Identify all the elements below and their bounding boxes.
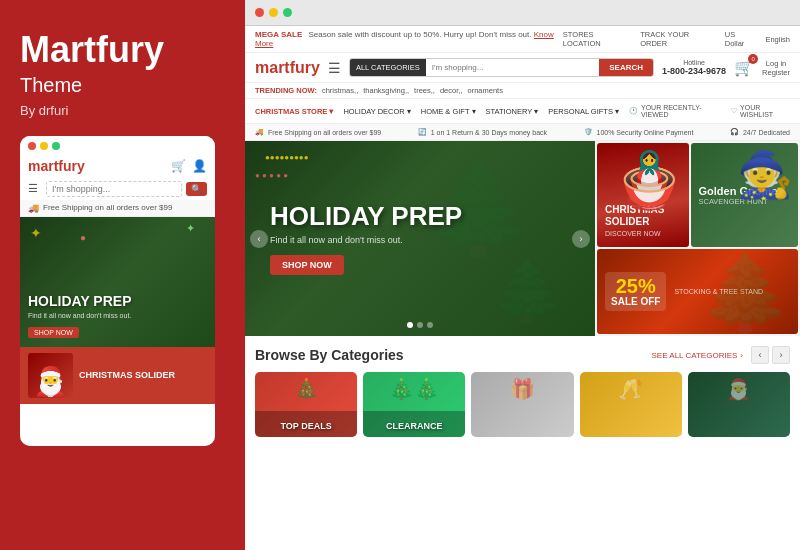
trending-tag-1[interactable]: christmas, — [322, 86, 358, 95]
mobile-xmas-bar: 🎅 CHRISTMAS SOLIDER — [20, 347, 215, 404]
hero-prev-button[interactable]: ‹ — [250, 230, 268, 248]
browser-dot-green — [283, 8, 292, 17]
mobile-xmas-image: 🎅 — [28, 353, 73, 398]
recently-viewed-link[interactable]: 🕐 YOUR RECENTLY-VIEWED — [629, 104, 721, 118]
cart-container: 🛒 0 — [734, 58, 754, 77]
cat-drinks-bg: 🥂 — [580, 372, 682, 437]
feature-support: 🎧 24/7 Dedicated — [730, 128, 790, 136]
category-card-top-deals[interactable]: 🎄 TOP DEALS — [255, 372, 357, 437]
browser-dot-yellow — [269, 8, 278, 17]
cat-books-bg: 🎅 — [688, 372, 790, 437]
mobile-xmas-title: CHRISTMAS SOLIDER — [79, 370, 207, 380]
language-selector[interactable]: English — [765, 35, 790, 44]
heart-icon: ♡ — [731, 107, 737, 115]
nav-stationery-label: STATIONERY — [486, 107, 533, 116]
browse-header: Browse By Categories SEE ALL CATEGORIES … — [255, 346, 790, 364]
hero-dot-3 — [427, 322, 433, 328]
nav-home-label: HOME & GIFT — [421, 107, 470, 116]
drinks-deco: 🥂 — [618, 377, 643, 401]
nav-home-arrow: ▾ — [472, 107, 476, 116]
cat-clearance-label: CLEARANCE — [363, 411, 465, 437]
golden-gnome-card[interactable]: 🧙 Golden Gnome SCAVENGER HUNT — [691, 143, 799, 247]
announcement-right: STORES LOCATION TRACK YOUR ORDER US Doll… — [563, 30, 790, 48]
category-card-drinks[interactable]: 🥂 — [580, 372, 682, 437]
announcement-text: MEGA SALE Season sale with discount up t… — [255, 30, 563, 48]
mobile-dot-red — [28, 142, 36, 150]
left-panel: Martfury Theme By drfuri martfury 🛒 👤 ☰ … — [0, 0, 245, 550]
mobile-search-input[interactable] — [46, 181, 182, 197]
feature-return: 🔄 1 on 1 Return & 30 Days money back — [418, 128, 547, 136]
hero-sidebar: 🪆 CHRISTMASSOLIDER DISCOVER NOW 🧙 Golden… — [595, 141, 800, 336]
login-label: Log in — [762, 59, 790, 68]
site-nav: CHRISTMAS STORE ▾ HOLIDAY DECOR ▾ HOME &… — [245, 99, 800, 124]
hero-title: HOLIDAY PREP — [270, 202, 462, 231]
category-card-books[interactable]: 🎅 — [688, 372, 790, 437]
hero-main: 🌲 🌲 ●●●●●●●●● ● ● ● ● ● ‹ HOLIDAY PREP F… — [245, 141, 595, 336]
nav-christmas-store[interactable]: CHRISTMAS STORE ▾ — [255, 107, 333, 116]
nav-personal-label: PERSONAL GIFTS — [548, 107, 613, 116]
browse-next-button[interactable]: › — [772, 346, 790, 364]
mobile-hero: ✦ ● ✦ HOLIDAY PREP Find it all now and d… — [20, 217, 215, 347]
theme-subtitle: Theme — [20, 74, 225, 97]
hero-section: 🌲 🌲 ●●●●●●●●● ● ● ● ● ● ‹ HOLIDAY PREP F… — [245, 141, 800, 336]
mobile-top-bar — [20, 136, 215, 154]
christmas-solider-discover: DISCOVER NOW — [605, 230, 681, 237]
browser-chrome — [245, 0, 800, 26]
feature-return-text: 1 on 1 Return & 30 Days money back — [431, 129, 547, 136]
trending-bar: TRENDING NOW: christmas, thanksgiving, t… — [245, 83, 800, 99]
trending-tag-5[interactable]: ornaments — [467, 86, 502, 95]
search-button[interactable]: SEARCH — [599, 59, 653, 76]
browse-prev-button[interactable]: ‹ — [751, 346, 769, 364]
browse-nav: ‹ › — [751, 346, 790, 364]
nav-stationery[interactable]: STATIONERY ▾ — [486, 107, 539, 116]
category-card-gifts[interactable]: 🎁 — [471, 372, 573, 437]
trending-tag-4[interactable]: decor, — [440, 86, 463, 95]
mobile-mockup: martfury 🛒 👤 ☰ 🔍 🚚 Free Shipping on all … — [20, 136, 215, 446]
hero-tree-deco2: 🌲 — [490, 255, 565, 326]
nav-home-gift[interactable]: HOME & GIFT ▾ — [421, 107, 476, 116]
sale-tree-deco: 🌲 — [699, 249, 793, 334]
browser-dot-red — [255, 8, 264, 17]
mobile-hero-text: HOLIDAY PREP Find it all now and don't m… — [28, 294, 131, 338]
login-button[interactable]: Log in Register — [762, 59, 790, 77]
cat-clearance-text: CLEARANCE — [386, 421, 443, 431]
site-header: martfury ☰ ALL CATEGORIES SEARCH Hotline… — [245, 53, 800, 83]
stores-location-link[interactable]: STORES LOCATION — [563, 30, 630, 48]
hero-content: HOLIDAY PREP Find it all now and don't m… — [270, 202, 462, 276]
truck-icon: 🚚 — [255, 128, 264, 136]
sale-off: SALE OFF — [611, 296, 660, 307]
christmas-solider-card[interactable]: 🪆 CHRISTMASSOLIDER DISCOVER NOW — [597, 143, 689, 247]
announcement-bar: MEGA SALE Season sale with discount up t… — [245, 26, 800, 53]
trending-tag-3[interactable]: trees, — [414, 86, 435, 95]
nav-personal-gifts[interactable]: PERSONAL GIFTS ▾ — [548, 107, 619, 116]
announcement-body: Season sale with discount up to 50%. Hur… — [309, 30, 532, 39]
hamburger-icon[interactable]: ☰ — [328, 60, 341, 76]
browse-section: Browse By Categories SEE ALL CATEGORIES … — [245, 336, 800, 445]
wishlist-link[interactable]: ♡ YOUR WISHLIST — [731, 104, 790, 118]
see-all-link[interactable]: SEE ALL CATEGORIES › — [652, 351, 743, 360]
trending-tag-2[interactable]: thanksgiving, — [363, 86, 409, 95]
category-card-clearance[interactable]: 🎄🎄 CLEARANCE — [363, 372, 465, 437]
mobile-search-button[interactable]: 🔍 — [186, 182, 207, 196]
hotline-number: 1-800-234-9678 — [662, 66, 726, 76]
search-input[interactable] — [426, 59, 600, 76]
currency-selector[interactable]: US Dollar — [725, 30, 756, 48]
mobile-dot-yellow — [40, 142, 48, 150]
nav-stationery-arrow: ▾ — [534, 107, 538, 116]
gifts-deco: 🎁 — [510, 377, 535, 401]
mobile-shipping-text: Free Shipping on all orders over $99 — [43, 203, 172, 212]
hero-side-top: 🪆 CHRISTMASSOLIDER DISCOVER NOW 🧙 Golden… — [597, 143, 798, 247]
search-box: ALL CATEGORIES SEARCH — [349, 58, 654, 77]
nav-holiday-decor[interactable]: HOLIDAY DECOR ▾ — [343, 107, 410, 116]
cat-top-deals-bg: 🎄 TOP DEALS — [255, 372, 357, 437]
browse-title: Browse By Categories — [255, 347, 404, 363]
sale-card[interactable]: 🌲 25% SALE OFF STOCKING & TREE STAND — [597, 249, 798, 334]
search-category-btn[interactable]: ALL CATEGORIES — [350, 59, 426, 76]
mobile-shop-button[interactable]: SHOP NOW — [28, 327, 79, 338]
features-bar: 🚚 Free Shipping on all orders over $99 🔄… — [245, 124, 800, 141]
mobile-decoration2: ● — [80, 232, 86, 243]
hero-next-button[interactable]: › — [572, 230, 590, 248]
hero-shop-button[interactable]: SHOP NOW — [270, 255, 344, 275]
hero-dots — [407, 322, 433, 328]
track-order-link[interactable]: TRACK YOUR ORDER — [640, 30, 715, 48]
